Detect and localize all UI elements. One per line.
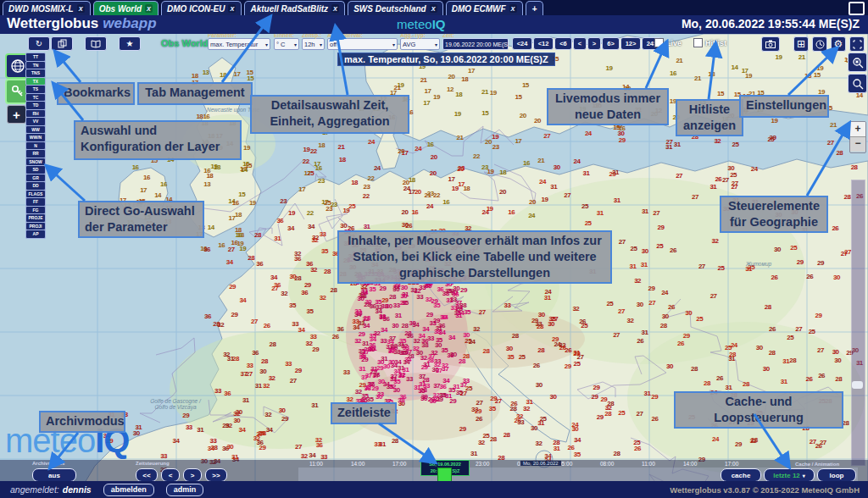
- callout-details: Detailsauswahl Zeit, Einheit, Aggregatio…: [250, 95, 409, 134]
- zoom-reset-icon[interactable]: [848, 53, 867, 72]
- hitlist-checkbox[interactable]: Hitlist: [693, 38, 726, 47]
- field-zeitsp: Zeitsp.:12h▾: [302, 32, 325, 50]
- step-button-24[interactable]: <24: [512, 37, 532, 50]
- refresh-icon[interactable]: ↻: [28, 36, 50, 51]
- version-text: Wetterglobus v3.0.87 © 2015-2022 MeteoIQ…: [670, 485, 860, 495]
- brand-logo: meteoIQ: [397, 17, 446, 31]
- timeline-tick: 14:00: [683, 461, 697, 467]
- live-checkbox[interactable]: Live: [654, 38, 682, 47]
- callout-bookmarks: Bookmarks: [57, 82, 135, 105]
- admin-button[interactable]: admin: [166, 484, 204, 496]
- live-checkbox-box[interactable]: [654, 38, 664, 47]
- param-button-rr[interactable]: RR: [25, 149, 46, 158]
- step-button-6[interactable]: <6: [554, 37, 572, 50]
- map-zoom-control: + −: [849, 121, 866, 153]
- param-button-td[interactable]: TD: [25, 101, 46, 110]
- timeline-tick: 08:00: [600, 461, 614, 467]
- chevron-down-icon: ▾: [265, 42, 268, 47]
- tab-close-icon[interactable]: x: [228, 4, 236, 13]
- tab-dmo-icon-eu[interactable]: DMO ICON-EUx: [161, 1, 242, 15]
- clock-icon[interactable]: [812, 36, 827, 52]
- tab-close-icon[interactable]: x: [331, 4, 339, 13]
- archive-toggle-button[interactable]: aus: [32, 468, 76, 482]
- add-layer-button[interactable]: +: [7, 105, 26, 124]
- tab-aktuell-radsatblitz[interactable]: Aktuell RadSatBlitzx: [244, 1, 345, 15]
- page-title: Wetterglobuswebapp: [7, 15, 157, 32]
- loop-range-value: letzte 12: [773, 472, 800, 479]
- tab-close-icon[interactable]: x: [145, 4, 153, 13]
- loop-range-select[interactable]: letzte 12 ▾: [764, 468, 815, 482]
- zoom-in-button[interactable]: +: [850, 122, 865, 136]
- hitlist-label: Hitlist: [705, 39, 726, 47]
- param-button-vv[interactable]: VV: [25, 117, 46, 126]
- select-value: AVG: [403, 41, 415, 48]
- grid-view-icon[interactable]: ⊞: [793, 36, 809, 52]
- book-icon[interactable]: [85, 36, 107, 51]
- tab-obs-world[interactable]: Obs Worldx: [93, 1, 159, 15]
- param-button-ap[interactable]: AP: [25, 230, 46, 239]
- param-button-ff[interactable]: FF: [25, 197, 46, 207]
- param-button-ts[interactable]: TS: [25, 85, 46, 94]
- callout-einstellungen: Einstellungen: [739, 95, 829, 118]
- cache-button[interactable]: cache: [721, 468, 761, 482]
- callout-livemodus: Livemodus immer neue Daten: [547, 88, 669, 125]
- selected-date: So, 19.06.2022: [421, 461, 469, 468]
- chevron-down-icon: ▾: [320, 42, 322, 47]
- tab-close-icon[interactable]: x: [77, 4, 85, 13]
- cache-animation-label: Cache / Animation: [795, 462, 839, 467]
- window-restore-icon[interactable]: [849, 2, 865, 15]
- select-agg-typ[interactable]: AVG▾: [400, 38, 440, 50]
- tab-dmo-ecmwf[interactable]: DMO ECMWFx: [446, 1, 523, 15]
- callout-zeitleiste: Zeitleiste: [331, 402, 397, 424]
- vertical-scrollbar[interactable]: [851, 180, 865, 466]
- param-button-dd[interactable]: DD: [25, 181, 46, 191]
- duplicate-tab-icon[interactable]: [51, 36, 73, 51]
- time-control-label: Zeitsteuerung: [136, 461, 170, 466]
- timeline-tick: 14:00: [351, 461, 364, 467]
- step-button-12[interactable]: <12: [533, 37, 554, 50]
- zoom-out-button[interactable]: −: [850, 136, 865, 152]
- tab-close-icon[interactable]: x: [430, 4, 437, 13]
- tab-label: DMO ECMWF: [452, 4, 506, 14]
- map-title-overlay: max. Temperatur, So, 19.06.2022 20:00 ME…: [337, 53, 555, 66]
- time-nav-back[interactable]: <: [161, 468, 180, 482]
- chevron-down-icon: ▾: [294, 42, 297, 47]
- hitlist-checkbox-box[interactable]: [693, 38, 703, 47]
- tab-add-button[interactable]: +: [526, 1, 544, 15]
- screenshot-camera-icon[interactable]: [761, 36, 780, 52]
- select-parameter[interactable]: max. Temperatur▾: [208, 38, 270, 50]
- param-button-ww-n[interactable]: WW/N: [25, 133, 46, 142]
- select-zeitsp[interactable]: 12h▾: [302, 38, 325, 50]
- timeline-tick: 23:00: [476, 461, 489, 467]
- time-nav-fwd-fast[interactable]: >>: [205, 468, 227, 482]
- select-einheit[interactable]: ° C▾: [274, 38, 299, 50]
- gear-icon[interactable]: ⚙: [831, 36, 846, 52]
- logout-button[interactable]: abmelden: [103, 484, 154, 496]
- step-button-6[interactable]: 6>: [602, 37, 620, 50]
- login-status: angemeldet:dennis: [10, 484, 92, 495]
- bookmark-star-icon[interactable]: ★: [119, 36, 141, 51]
- dataset-label: Obs World: [161, 38, 208, 48]
- tab-dwd-mosmix-l[interactable]: DWD MOSMIX-Lx: [3, 1, 91, 15]
- fullscreen-icon[interactable]: [849, 36, 865, 52]
- username: dennis: [63, 484, 92, 495]
- brand-meteo: meteo: [397, 17, 432, 31]
- step-button-[interactable]: <: [573, 37, 587, 50]
- time-nav-back-fast[interactable]: <<: [136, 468, 158, 482]
- param-button-proje[interactable]: PROJE: [25, 213, 46, 223]
- tab-close-icon[interactable]: x: [509, 4, 517, 13]
- time-nav-fwd[interactable]: >: [183, 468, 202, 482]
- scrollbar-thumb[interactable]: [852, 381, 863, 389]
- tab-sws-deutschland[interactable]: SWS Deutschlandx: [348, 1, 443, 15]
- step-button-12[interactable]: 12>: [620, 37, 641, 50]
- select-agg-interval[interactable]: off▾: [327, 38, 398, 50]
- param-button-tt[interactable]: TT: [25, 53, 46, 62]
- zoom-search-icon[interactable]: [848, 74, 867, 93]
- param-button-sd[interactable]: SD: [25, 165, 46, 174]
- field-agg-typ: Agg.-Typ:AVG▾: [400, 32, 440, 50]
- param-button-tns[interactable]: TNS: [25, 69, 46, 78]
- step-button-[interactable]: >: [587, 37, 601, 50]
- select-zeit[interactable]: 19.06.2022 20:00 ME(S)Z▾: [442, 38, 509, 50]
- chevron-down-icon: ▾: [803, 473, 805, 479]
- loop-button[interactable]: loop: [817, 468, 856, 482]
